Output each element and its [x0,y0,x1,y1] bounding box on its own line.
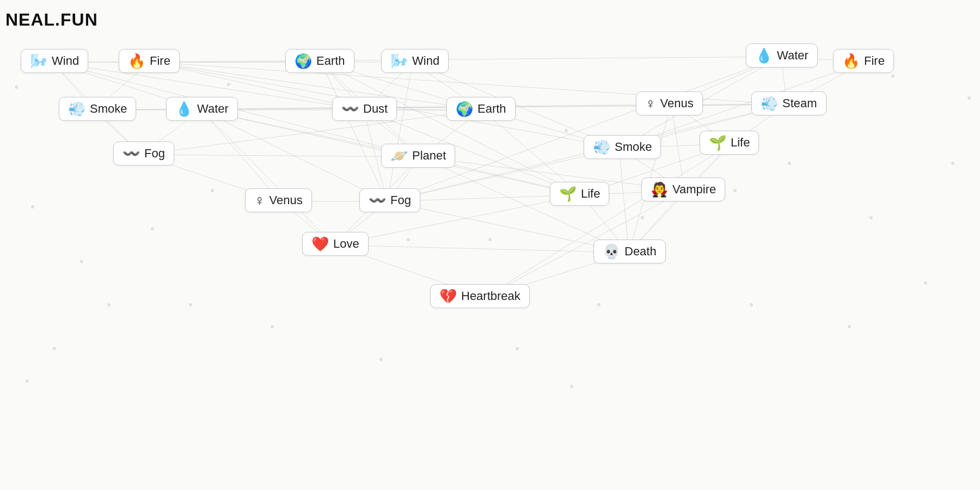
earth1-icon: 🌍 [295,54,312,68]
death1-label: Death [624,244,657,259]
steam1-label: Steam [782,96,817,111]
svg-line-78 [201,110,387,201]
smoke1-icon: 💨 [68,102,85,116]
vampire1-icon: 🧛 [651,182,668,197]
node-love1[interactable]: ❤️Love [302,232,369,256]
vampire1-label: Vampire [672,182,716,197]
svg-point-91 [31,205,34,209]
heartbreak1-label: Heartbreak [461,289,520,303]
node-vampire1[interactable]: 🧛Vampire [641,177,725,201]
node-venus1[interactable]: ♀Venus [636,91,703,115]
svg-line-72 [334,245,629,253]
svg-point-111 [967,96,971,100]
node-earth2[interactable]: 🌍Earth [446,97,516,121]
heartbreak1-icon: 💔 [439,289,457,303]
node-water2[interactable]: 💧Water [166,97,238,121]
svg-line-65 [387,201,629,253]
fire2-label: Fire [864,54,885,68]
svg-line-16 [321,62,581,195]
dust1-label: Dust [363,102,388,116]
water2-label: Water [197,102,229,116]
svg-point-95 [641,216,644,219]
svg-point-113 [570,385,573,388]
svg-point-99 [924,281,927,285]
node-wind2[interactable]: 🌬️Wind [381,49,449,73]
svg-point-92 [407,238,410,241]
svg-point-86 [15,85,18,89]
svg-point-103 [516,347,519,350]
node-water1[interactable]: 💧Water [746,44,818,68]
svg-point-104 [379,358,383,361]
love1-icon: ❤️ [311,237,329,251]
node-fog1[interactable]: 〰️Fog [113,142,174,166]
fog2-icon: 〰️ [369,193,386,207]
fire2-icon: 🔥 [842,54,860,68]
earth1-label: Earth [316,54,345,68]
water1-icon: 💧 [755,48,773,63]
smoke1-label: Smoke [90,102,127,116]
venus2-label: Venus [270,193,303,207]
earth2-icon: 🌍 [456,102,473,116]
fog2-label: Fog [390,193,411,207]
node-death1[interactable]: 💀Death [593,240,666,264]
svg-point-93 [488,238,492,241]
svg-point-97 [788,162,791,165]
svg-line-79 [321,62,387,201]
node-life2[interactable]: 🌱Life [550,182,609,206]
venus2-icon: ♀ [254,193,265,207]
fire1-label: Fire [150,54,170,68]
death1-icon: 💀 [603,244,620,259]
wind1-label: Wind [52,54,79,68]
svg-point-107 [107,303,111,307]
life1-icon: 🌱 [709,136,726,150]
node-fire2[interactable]: 🔥Fire [833,49,894,73]
svg-line-35 [201,110,280,201]
life1-label: Life [731,136,750,150]
earth2-label: Earth [477,102,506,116]
svg-line-56 [619,148,629,253]
planet1-label: Planet [412,149,446,163]
smoke2-label: Smoke [615,140,652,154]
node-steam1[interactable]: 💨Steam [751,91,826,115]
svg-point-105 [271,325,274,328]
water2-icon: 💧 [175,102,193,116]
wind2-icon: 🌬️ [390,54,408,68]
fog1-icon: 〰️ [122,146,140,161]
node-fire1[interactable]: 🔥Fire [119,49,180,73]
wind1-icon: 🌬️ [30,54,47,68]
node-wind1[interactable]: 🌬️Wind [21,49,88,73]
svg-point-88 [211,189,214,192]
wind2-label: Wind [412,54,439,68]
svg-point-109 [26,379,29,383]
svg-point-110 [951,162,954,165]
svg-point-102 [597,303,601,307]
node-heartbreak1[interactable]: 💔Heartbreak [430,284,530,308]
fire1-icon: 🔥 [128,54,145,68]
venus1-icon: ♀ [645,96,656,111]
node-earth1[interactable]: 🌍Earth [285,49,354,73]
svg-point-87 [227,83,230,86]
svg-point-108 [53,347,56,350]
svg-line-60 [485,144,731,297]
life2-label: Life [581,187,600,201]
node-venus2[interactable]: ♀Venus [245,188,312,212]
node-planet1[interactable]: 🪐Planet [381,144,455,168]
svg-point-106 [189,303,192,307]
svg-point-94 [565,129,568,132]
water1-label: Water [777,48,808,63]
node-smoke1[interactable]: 💨Smoke [59,97,136,121]
node-life1[interactable]: 🌱Life [700,131,759,155]
svg-point-101 [750,303,753,307]
site-logo: NEAL.FUN [5,10,98,30]
node-dust1[interactable]: 〰️Dust [332,97,397,121]
node-smoke2[interactable]: 💨Smoke [584,135,661,159]
venus1-label: Venus [660,96,694,111]
connection-lines [0,0,980,490]
svg-line-11 [150,57,781,62]
node-fog2[interactable]: 〰️Fog [359,188,420,212]
planet1-icon: 🪐 [390,149,408,163]
svg-point-98 [869,216,873,219]
svg-point-112 [891,75,895,78]
fog1-label: Fog [144,146,165,161]
svg-point-100 [848,325,851,328]
